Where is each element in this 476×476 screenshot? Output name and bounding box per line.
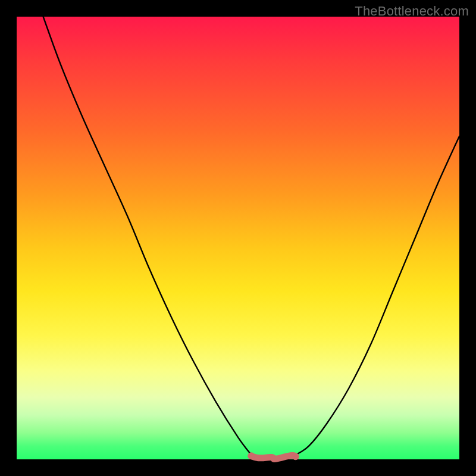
curve-layer [17, 17, 459, 459]
svg-point-0 [248, 452, 255, 459]
flat-bottom-highlight [248, 452, 299, 460]
svg-point-1 [292, 453, 299, 460]
curve-right-branch [296, 136, 459, 455]
chart-frame: TheBottleneck.com [0, 0, 476, 476]
plot-area [17, 17, 459, 459]
curve-left-branch [43, 17, 252, 455]
